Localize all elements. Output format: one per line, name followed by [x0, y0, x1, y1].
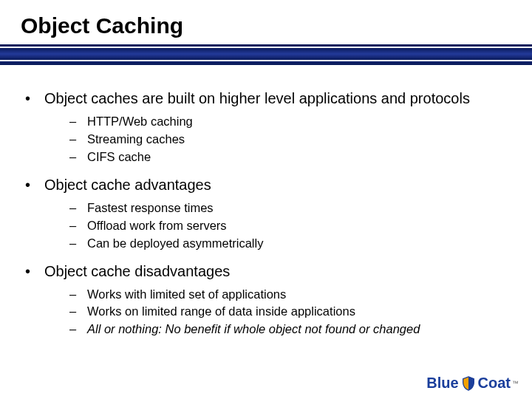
dash-icon: – [69, 131, 78, 149]
slide: Object Caching • Object caches are built… [0, 0, 532, 399]
sub-item: – Works on limited range of data inside … [69, 303, 507, 321]
sub-list: – Fastest response times – Offload work … [69, 200, 507, 253]
sub-text: CIFS cache [87, 149, 507, 166]
bullet-dot-icon: • [25, 177, 34, 194]
sub-text: All or nothing: No benefit if whole obje… [87, 321, 507, 338]
dash-icon: – [69, 200, 78, 217]
divider-band-bar [0, 44, 532, 65]
dash-icon: – [69, 321, 78, 338]
sub-text: HTTP/Web caching [87, 113, 507, 131]
dash-icon: – [69, 149, 78, 166]
bullet-text: Object caches are built on higher level … [44, 90, 470, 107]
sub-text: Works on limited range of data inside ap… [87, 303, 507, 321]
sub-text: Works with limited set of applications [87, 286, 507, 304]
dash-icon: – [69, 303, 78, 321]
sub-text: Can be deployed asymmetrically [87, 235, 507, 253]
shield-icon [460, 375, 477, 392]
sub-list: – Works with limited set of applications… [69, 286, 507, 339]
bullet-dot-icon: • [25, 90, 34, 107]
sub-text: Offload work from servers [87, 217, 507, 235]
bullet-item: • Object cache disadvantages [25, 263, 507, 280]
divider-band [0, 44, 532, 65]
dash-icon: – [69, 286, 78, 304]
bullet-text: Object cache advantages [44, 177, 211, 194]
dash-icon: – [69, 217, 78, 235]
slide-title: Object Caching [0, 0, 532, 44]
logo-text-blue: Blue [426, 375, 458, 392]
divider-band-inner [0, 47, 532, 61]
bullet-text: Object cache disadvantages [44, 263, 230, 280]
logo-text-coat: Coat [478, 375, 511, 392]
bullet-item: • Object cache advantages [25, 177, 507, 194]
sub-item: – Can be deployed asymmetrically [69, 235, 507, 253]
brand-logo: Blue Coat ™ [426, 375, 519, 392]
bullet-item: • Object caches are built on higher leve… [25, 90, 507, 107]
sub-item: – HTTP/Web caching [69, 113, 507, 131]
sub-item: – All or nothing: No benefit if whole ob… [69, 321, 507, 338]
sub-list: – HTTP/Web caching – Streaming caches – … [69, 113, 507, 166]
logo-trademark: ™ [512, 380, 519, 387]
sub-item: – Offload work from servers [69, 217, 507, 235]
sub-item: – CIFS cache [69, 149, 507, 166]
dash-icon: – [69, 235, 78, 253]
sub-item: – Fastest response times [69, 200, 507, 217]
sub-text: Streaming caches [87, 131, 507, 149]
content: • Object caches are built on higher leve… [0, 65, 532, 338]
sub-item: – Works with limited set of applications [69, 286, 507, 304]
bullet-dot-icon: • [25, 263, 34, 280]
dash-icon: – [69, 113, 78, 131]
sub-item: – Streaming caches [69, 131, 507, 149]
sub-text: Fastest response times [87, 200, 507, 217]
